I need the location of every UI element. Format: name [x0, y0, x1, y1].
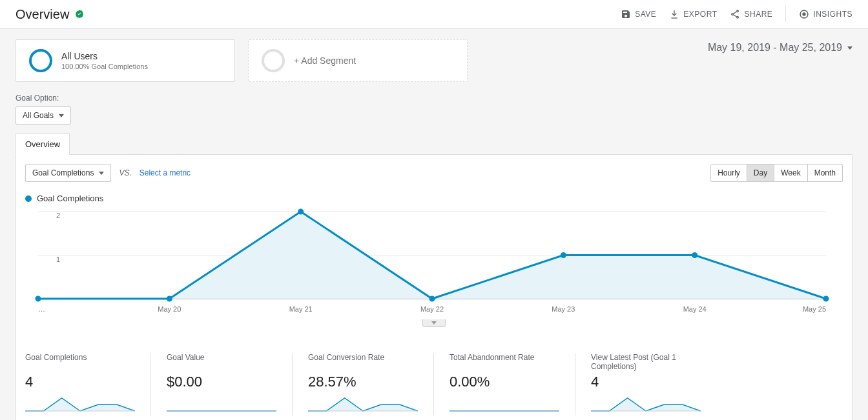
svg-point-4 [803, 13, 805, 15]
date-range-text: May 19, 2019 - May 25, 2019 [708, 42, 842, 54]
insights-label: INSIGHTS [813, 10, 852, 19]
verified-badge-icon [74, 9, 85, 19]
metric-card: View Latest Post (Goal 1 Completions)4 [575, 353, 716, 415]
segment-circle-icon [29, 49, 52, 72]
svg-point-15 [692, 252, 698, 258]
svg-text:1: 1 [56, 255, 60, 263]
header-title-wrap: Overview [16, 7, 85, 22]
chart-resize-handle[interactable] [422, 319, 446, 327]
metric-card: Total Abandonment Rate0.00% [434, 353, 575, 415]
save-button[interactable]: SAVE [621, 9, 656, 19]
add-segment-circle-icon [262, 49, 285, 72]
granularity-month[interactable]: Month [808, 165, 842, 181]
date-range-picker[interactable]: May 19, 2019 - May 25, 2019 [708, 39, 852, 54]
metric-label: Goal Value [167, 353, 276, 371]
svg-point-0 [737, 10, 739, 12]
sparkline [25, 395, 135, 414]
divider [785, 6, 786, 22]
page-title: Overview [16, 7, 69, 22]
segment-subtitle: 100.00% Goal Completions [61, 63, 148, 70]
header-actions: SAVE EXPORT SHARE INSIGHTS [621, 6, 852, 22]
svg-text:May 20: May 20 [158, 305, 181, 313]
save-icon [621, 9, 631, 19]
insights-icon [799, 9, 809, 19]
metric-label: Total Abandonment Rate [450, 353, 559, 371]
metric-card: Goal Conversion Rate28.57% [293, 353, 434, 415]
tab-overview[interactable]: Overview [16, 134, 70, 155]
segments-row: All Users 100.00% Goal Completions + Add… [16, 39, 852, 82]
granularity-day[interactable]: Day [747, 165, 774, 181]
summary-metrics: Goal Completions4Goal Value$0.00Goal Con… [25, 353, 843, 415]
save-label: SAVE [635, 10, 656, 19]
chevron-down-icon [59, 114, 64, 117]
goal-option-select[interactable]: All Goals [16, 106, 71, 125]
sparkline [308, 395, 418, 414]
chart-legend: Goal Completions [25, 194, 845, 203]
chevron-down-icon [99, 172, 104, 175]
metric-selector-row: Goal Completions VS. Select a metric Hou… [23, 164, 845, 182]
share-icon [730, 9, 740, 19]
svg-text:2: 2 [56, 212, 60, 219]
chevron-down-icon [847, 46, 852, 50]
metric-value: 4 [25, 374, 135, 390]
primary-metric-select[interactable]: Goal Completions [25, 164, 111, 182]
metric-value: 4 [591, 374, 701, 390]
export-icon [669, 9, 679, 19]
sparkline [591, 395, 701, 414]
svg-point-13 [429, 296, 435, 302]
sparkline [450, 395, 559, 414]
granularity-hourly[interactable]: Hourly [711, 165, 747, 181]
granularity-toggle: HourlyDayWeekMonth [710, 164, 843, 182]
goal-option-value: All Goals [23, 111, 54, 120]
svg-point-11 [167, 296, 172, 302]
tabs: Overview [16, 134, 852, 155]
metric-card: Goal Value$0.00 [151, 353, 293, 415]
goal-option-block: Goal Option: All Goals [16, 94, 852, 125]
metric-value: $0.00 [167, 374, 276, 390]
share-label: SHARE [744, 10, 772, 19]
svg-point-10 [36, 296, 41, 302]
line-chart-svg: 12…May 20May 21May 22May 23May 24May 25 [25, 208, 832, 318]
segment-text: All Users 100.00% Goal Completions [61, 51, 148, 70]
svg-text:May 21: May 21 [289, 305, 313, 313]
sparkline [167, 395, 276, 414]
svg-point-16 [823, 296, 829, 302]
svg-text:May 24: May 24 [683, 305, 707, 313]
metric-value: 0.00% [450, 374, 559, 390]
metric-value: 28.57% [308, 374, 418, 390]
metric-label: Goal Completions [25, 353, 135, 371]
chevron-down-icon [431, 321, 437, 325]
metric-label: View Latest Post (Goal 1 Completions) [591, 353, 701, 371]
page-header: Overview SAVE EXPORT SHARE INSIGHTS [0, 0, 868, 29]
export-button[interactable]: EXPORT [669, 9, 717, 19]
segments-left: All Users 100.00% Goal Completions + Add… [16, 39, 468, 82]
goal-option-label: Goal Option: [16, 94, 852, 103]
svg-point-1 [732, 14, 734, 15]
add-segment-button[interactable]: + Add Segment [248, 39, 468, 82]
add-segment-text: + Add Segment [294, 55, 356, 66]
svg-text:May 25: May 25 [803, 305, 826, 313]
legend-dot-icon [25, 195, 32, 202]
chart-legend-label: Goal Completions [37, 194, 103, 203]
content: All Users 100.00% Goal Completions + Add… [0, 29, 868, 420]
segment-all-users[interactable]: All Users 100.00% Goal Completions [16, 39, 235, 82]
insights-button[interactable]: INSIGHTS [799, 9, 852, 19]
svg-point-2 [737, 16, 739, 18]
share-button[interactable]: SHARE [730, 9, 772, 19]
svg-text:May 22: May 22 [420, 305, 444, 313]
main-chart[interactable]: 12…May 20May 21May 22May 23May 24May 25 [23, 208, 845, 327]
svg-text:…: … [38, 305, 45, 313]
svg-point-14 [561, 252, 566, 258]
vs-label: VS. [119, 168, 131, 177]
add-segment-label: + Add Segment [294, 55, 356, 66]
export-label: EXPORT [683, 10, 717, 19]
primary-metric-value: Goal Completions [32, 168, 94, 177]
svg-point-12 [298, 209, 304, 215]
tab-content: Goal Completions VS. Select a metric Hou… [16, 155, 852, 420]
granularity-week[interactable]: Week [774, 165, 807, 181]
svg-text:May 23: May 23 [552, 305, 575, 313]
metric-card: Goal Completions4 [25, 353, 151, 415]
select-metric-link[interactable]: Select a metric [140, 168, 191, 177]
segment-title: All Users [61, 51, 148, 61]
metric-label: Goal Conversion Rate [308, 353, 418, 371]
